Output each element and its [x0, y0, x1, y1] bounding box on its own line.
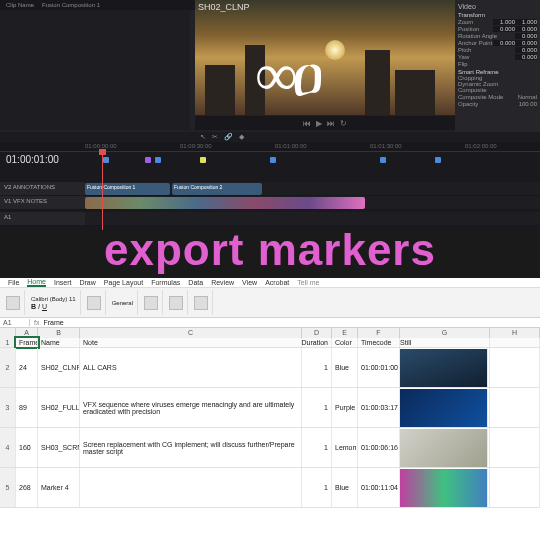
- tab-draw[interactable]: Draw: [79, 279, 95, 286]
- row-number[interactable]: 1: [0, 338, 16, 347]
- tab-pagelayout[interactable]: Page Layout: [104, 279, 143, 286]
- row-number[interactable]: 4: [0, 428, 16, 467]
- track-v1[interactable]: V1 VFX NOTES: [0, 196, 540, 210]
- cell-still[interactable]: [400, 468, 490, 507]
- cell-duration[interactable]: 1: [302, 348, 332, 387]
- track-a1[interactable]: A1: [0, 212, 540, 226]
- marker[interactable]: [103, 157, 109, 163]
- inspector-panel[interactable]: Video Transform Zoom Position Rotation A…: [455, 0, 540, 140]
- opacity-value[interactable]: 100.00: [519, 101, 537, 107]
- tab-review[interactable]: Review: [211, 279, 234, 286]
- cell[interactable]: [490, 338, 540, 347]
- table-row[interactable]: 4160SH03_SCRN_VFXScreen replacement with…: [0, 428, 540, 468]
- col-corner[interactable]: [0, 328, 16, 338]
- prev-icon[interactable]: ⏮: [303, 119, 311, 128]
- timeline-toolbar[interactable]: ↖ ✂ 🔗 ◆: [0, 132, 540, 142]
- marker[interactable]: [155, 157, 161, 163]
- link-icon[interactable]: 🔗: [224, 133, 233, 141]
- marker[interactable]: [200, 157, 206, 163]
- track-header-v1[interactable]: V1 VFX NOTES: [0, 196, 85, 210]
- cond-format-icon[interactable]: [144, 296, 158, 310]
- col-header[interactable]: E: [332, 328, 358, 338]
- tab-data[interactable]: Data: [188, 279, 203, 286]
- col-header[interactable]: H: [490, 328, 540, 338]
- cell-timecode[interactable]: 01:00:03:17: [358, 388, 400, 427]
- sort-icon[interactable]: [194, 296, 208, 310]
- insert-cells-icon[interactable]: [169, 296, 183, 310]
- cell-color[interactable]: Purple: [332, 388, 358, 427]
- marker-lane[interactable]: [85, 156, 530, 164]
- col-header[interactable]: A: [16, 328, 38, 338]
- name-box[interactable]: A1: [0, 319, 30, 326]
- paste-icon[interactable]: [6, 296, 20, 310]
- timeline[interactable]: 01:00:00:00 01:00:30:00 01:01:00:00 01:0…: [0, 142, 540, 230]
- tab-clipname[interactable]: Clip Name: [6, 2, 34, 8]
- composite-header[interactable]: Composite: [458, 87, 537, 93]
- cell-note[interactable]: [80, 468, 302, 507]
- row-number[interactable]: 2: [0, 348, 16, 387]
- cell-note[interactable]: ALL CARS: [80, 348, 302, 387]
- track-v2[interactable]: V2 ANNOTATIONS Fusion Composition 1 Fusi…: [0, 182, 540, 196]
- cell-still[interactable]: [400, 388, 490, 427]
- marker[interactable]: [270, 157, 276, 163]
- tab-insert[interactable]: Insert: [54, 279, 72, 286]
- cell[interactable]: [490, 428, 540, 467]
- clip-video[interactable]: [85, 197, 365, 209]
- cell-note[interactable]: VFX sequence where viruses emerge menaci…: [80, 388, 302, 427]
- col-header[interactable]: D: [302, 328, 332, 338]
- cell[interactable]: Note: [80, 338, 302, 347]
- cell-color[interactable]: Blue: [332, 468, 358, 507]
- play-icon[interactable]: ▶: [316, 119, 322, 128]
- fx-icon[interactable]: fx: [30, 319, 43, 326]
- anc-x-input[interactable]: [493, 40, 515, 46]
- zoom-y-input[interactable]: [515, 19, 537, 25]
- zoom-x-input[interactable]: [493, 19, 515, 25]
- cell-name[interactable]: SH03_SCRN_VFX: [38, 428, 80, 467]
- ribbon-tabs[interactable]: File Home Insert Draw Page Layout Formul…: [0, 278, 540, 288]
- col-header[interactable]: F: [358, 328, 400, 338]
- clip-fusion[interactable]: Fusion Composition 2: [172, 183, 262, 195]
- timecode-display[interactable]: 01:00:01:00: [6, 154, 59, 165]
- cell-name[interactable]: SH02_FULLCG: [38, 388, 80, 427]
- yaw-input[interactable]: [515, 54, 537, 60]
- cell-timecode[interactable]: 01:00:01:00: [358, 348, 400, 387]
- tab-home[interactable]: Home: [27, 278, 46, 287]
- table-row[interactable]: 224SH02_CLNPALL CARS1Blue01:00:01:00: [0, 348, 540, 388]
- col-header[interactable]: B: [38, 328, 80, 338]
- cell[interactable]: Frame: [16, 338, 38, 347]
- marker[interactable]: [435, 157, 441, 163]
- marker[interactable]: [380, 157, 386, 163]
- cell[interactable]: Timecode: [358, 338, 400, 347]
- column-headers[interactable]: A B C D E F G H: [0, 328, 540, 338]
- formula-bar[interactable]: A1 fx Frame: [0, 318, 540, 328]
- table-row[interactable]: 5268Marker 41Blue01:00:11:04: [0, 468, 540, 508]
- cell[interactable]: Still: [400, 338, 490, 347]
- transport-controls[interactable]: ⏮ ▶ ⏭ ↻: [195, 116, 455, 130]
- marker[interactable]: [145, 157, 151, 163]
- tab-acrobat[interactable]: Acrobat: [265, 279, 289, 286]
- tab-tellme[interactable]: Tell me: [297, 279, 319, 286]
- cell[interactable]: [490, 388, 540, 427]
- inspector-transform-header[interactable]: Transform: [458, 12, 537, 18]
- cell[interactable]: Duration: [302, 338, 332, 347]
- cell-name[interactable]: Marker 4: [38, 468, 80, 507]
- cell-duration[interactable]: 1: [302, 468, 332, 507]
- cell-frame[interactable]: 89: [16, 388, 38, 427]
- track-header-v2[interactable]: V2 ANNOTATIONS: [0, 182, 85, 196]
- media-pool-panel[interactable]: [0, 10, 190, 130]
- row-number[interactable]: 5: [0, 468, 16, 507]
- col-header[interactable]: C: [80, 328, 302, 338]
- table-row[interactable]: 389SH02_FULLCGVFX sequence where viruses…: [0, 388, 540, 428]
- cell[interactable]: Name: [38, 338, 80, 347]
- cell[interactable]: [490, 468, 540, 507]
- align-icon[interactable]: [87, 296, 101, 310]
- ribbon[interactable]: Calibri (Body) 11B I U General: [0, 288, 540, 318]
- pitch-input[interactable]: [515, 47, 537, 53]
- header-row[interactable]: 1 Frame Name Note Duration Color Timecod…: [0, 338, 540, 348]
- tab-formulas[interactable]: Formulas: [151, 279, 180, 286]
- clip-fusion[interactable]: Fusion Composition 1: [85, 183, 170, 195]
- timeline-ruler[interactable]: 01:00:00:00 01:00:30:00 01:01:00:00 01:0…: [0, 142, 540, 152]
- cell[interactable]: Color: [332, 338, 358, 347]
- tab-view[interactable]: View: [242, 279, 257, 286]
- cell-timecode[interactable]: 01:00:11:04: [358, 468, 400, 507]
